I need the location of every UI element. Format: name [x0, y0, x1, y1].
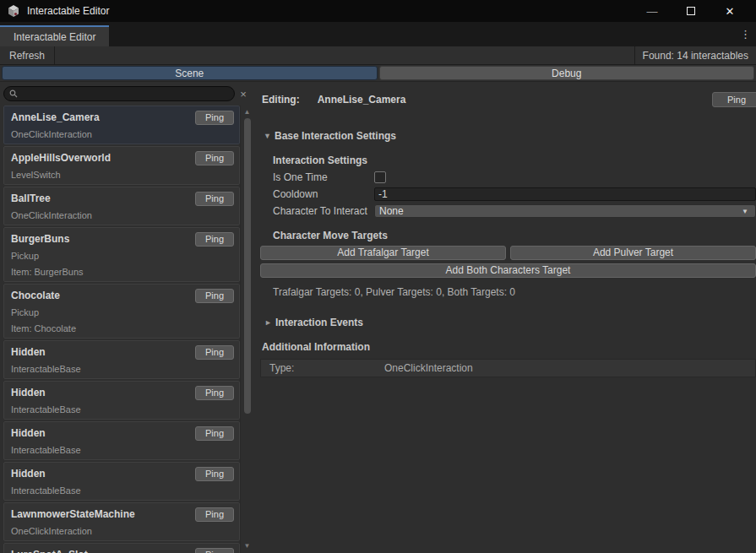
is-one-time-row: Is One Time — [273, 169, 756, 186]
type-value: OneClickInteraction — [384, 362, 473, 374]
add-pulver-target-button[interactable]: Add Pulver Target — [510, 246, 756, 260]
list-item[interactable]: Chocolate Ping PickupItem: Chocolate — [3, 284, 240, 339]
interaction-events-title: Interaction Events — [275, 317, 363, 328]
is-one-time-label: Is One Time — [273, 171, 374, 183]
interaction-events-foldout[interactable]: ► Interaction Events — [262, 317, 756, 328]
tab-debug[interactable]: Debug — [379, 66, 755, 80]
list-item-subtitle: Item: BurgerBuns — [11, 267, 232, 277]
ping-button[interactable]: Ping — [195, 507, 234, 522]
list-item-subtitle: InteractableBase — [11, 445, 232, 455]
additional-information-title: Additional Information — [262, 341, 756, 353]
main-content: × AnneLise_Camera Ping OneClickInteracti… — [0, 82, 756, 553]
ping-button[interactable]: Ping — [195, 151, 234, 165]
list-item[interactable]: Hidden Ping InteractableBase — [3, 381, 240, 420]
editing-label: Editing: — [262, 94, 300, 106]
character-move-targets-title: Character Move Targets — [273, 230, 756, 241]
maximize-button[interactable] — [672, 5, 710, 18]
list-item-lines: InteractableBase — [11, 485, 232, 496]
minimize-button[interactable]: — — [633, 5, 672, 18]
list-item[interactable]: Hidden Ping InteractableBase — [3, 340, 240, 379]
list-item[interactable]: AppleHillsOverworld Ping LevelSwitch — [3, 146, 240, 185]
kebab-menu-icon[interactable]: ⋮ — [735, 28, 756, 41]
base-settings-section: Interaction Settings Is One Time Cooldow… — [262, 155, 756, 298]
editing-header: Editing: AnneLise_Camera Ping — [262, 92, 756, 107]
list-item-subtitle: InteractableBase — [11, 485, 232, 496]
list-item-lines: PickupItem: Chocolate — [11, 307, 232, 333]
character-to-interact-label: Character To Interact — [273, 205, 374, 217]
interaction-settings-title: Interaction Settings — [273, 155, 756, 166]
inspector-panel: Editing: AnneLise_Camera Ping ▼ Base Int… — [253, 82, 756, 553]
type-row: Type: OneClickInteraction — [260, 359, 756, 377]
tab-interactable-editor[interactable]: Interactable Editor — [0, 25, 109, 46]
ping-button[interactable]: Ping — [195, 386, 234, 400]
list-item-subtitle: InteractableBase — [11, 404, 232, 415]
character-to-interact-dropdown[interactable]: None ▼ — [374, 204, 756, 218]
cooldown-label: Cooldown — [273, 188, 374, 200]
search-field-wrap — [3, 86, 235, 101]
scrollbar-thumb[interactable] — [244, 118, 251, 414]
list-area: AnneLise_Camera Ping OneClickInteraction… — [0, 106, 253, 553]
list-item[interactable]: BallTree Ping OneClickInteraction — [3, 187, 240, 225]
list-item[interactable]: Hidden Ping InteractableBase — [3, 421, 240, 460]
list-item-lines: OneClickInteraction — [11, 526, 232, 536]
foldout-open-icon: ▼ — [264, 132, 275, 140]
inspector-ping-button[interactable]: Ping — [712, 92, 756, 107]
ping-button[interactable]: Ping — [195, 548, 234, 553]
base-interaction-settings-foldout[interactable]: ▼ Base Interaction Settings — [262, 130, 756, 142]
list-item[interactable]: Hidden Ping InteractableBase — [3, 462, 240, 501]
chevron-down-icon: ▼ — [742, 208, 751, 215]
list-item[interactable]: BurgerBuns Ping PickupItem: BurgerBuns — [3, 227, 240, 282]
dropdown-selected-value: None — [379, 205, 404, 217]
window-titlebar: Interactable Editor — ✕ — [0, 0, 756, 22]
tab-scene[interactable]: Scene — [2, 66, 378, 80]
cooldown-input[interactable] — [374, 187, 756, 201]
search-input[interactable] — [3, 86, 235, 101]
targets-summary: Trafalgar Targets: 0, Pulver Targets: 0,… — [273, 286, 756, 298]
foldout-closed-icon: ► — [264, 318, 275, 327]
ping-button[interactable]: Ping — [195, 232, 234, 247]
ping-button[interactable]: Ping — [195, 467, 234, 481]
ping-button[interactable]: Ping — [195, 426, 234, 441]
maximize-icon — [687, 7, 695, 15]
refresh-button[interactable]: Refresh — [0, 46, 55, 64]
list-item-subtitle: Pickup — [11, 251, 232, 261]
list-item-lines: OneClickInteraction — [11, 210, 232, 220]
window-controls: — ✕ — [633, 5, 749, 18]
list-item[interactable]: LureSpotA_Slot Ping — [3, 543, 240, 553]
scroll-up-icon[interactable]: ▲ — [241, 107, 253, 117]
list-item-subtitle: Item: Chocolate — [11, 323, 232, 333]
search-clear-icon[interactable]: × — [235, 88, 252, 100]
is-one-time-checkbox[interactable] — [374, 171, 386, 183]
ping-button[interactable]: Ping — [195, 111, 234, 125]
add-trafalgar-target-button[interactable]: Add Trafalgar Target — [260, 246, 506, 260]
cooldown-row: Cooldown — [273, 186, 756, 203]
found-count-label: Found: 14 interactables — [634, 46, 756, 64]
list-item-subtitle: OneClickInteraction — [11, 210, 232, 220]
window-title: Interactable Editor — [27, 5, 109, 17]
interactable-editor-window: Interactable Editor — ✕ Interactable Edi… — [0, 0, 756, 553]
list-item-subtitle: InteractableBase — [11, 364, 232, 374]
add-both-characters-target-button[interactable]: Add Both Characters Target — [260, 263, 756, 278]
close-button[interactable]: ✕ — [710, 5, 749, 18]
search-icon — [9, 89, 18, 98]
ping-button[interactable]: Ping — [195, 289, 234, 303]
list-item-lines: LevelSwitch — [11, 170, 232, 180]
list-item[interactable]: LawnmowerStateMachine Ping OneClickInter… — [3, 502, 240, 541]
type-label: Type: — [269, 362, 384, 374]
interactable-list: AnneLise_Camera Ping OneClickInteraction… — [0, 106, 240, 553]
list-item-lines: InteractableBase — [11, 445, 232, 455]
list-item-subtitle: Pickup — [11, 307, 232, 317]
editing-value: AnneLise_Camera — [318, 94, 406, 106]
ping-button[interactable]: Ping — [195, 192, 234, 206]
unity-cube-icon — [7, 4, 20, 18]
list-item[interactable]: AnneLise_Camera Ping OneClickInteraction — [3, 106, 240, 144]
base-interaction-settings-title: Base Interaction Settings — [275, 130, 396, 142]
list-scrollbar[interactable]: ▲ ▼ — [240, 106, 253, 553]
list-item-lines: InteractableBase — [11, 404, 232, 415]
list-item-subtitle: LevelSwitch — [11, 170, 232, 180]
character-to-interact-row: Character To Interact None ▼ — [273, 203, 756, 220]
scroll-down-icon[interactable]: ▼ — [241, 541, 253, 551]
ping-button[interactable]: Ping — [195, 345, 234, 360]
list-item-subtitle: OneClickInteraction — [11, 129, 232, 139]
move-target-buttons-row: Add Trafalgar Target Add Pulver Target — [260, 246, 756, 260]
